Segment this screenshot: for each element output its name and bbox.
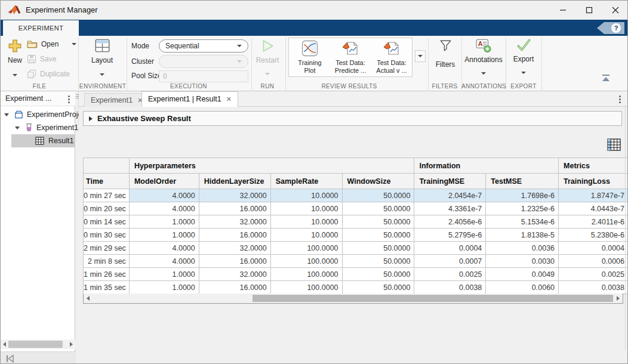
cell-value[interactable]: 0.0004 bbox=[559, 242, 628, 255]
tab-experiment1[interactable]: Experiment1 ✕ bbox=[84, 93, 149, 107]
cell-value[interactable]: 4.0000 bbox=[129, 202, 199, 215]
scroll-right-icon[interactable] bbox=[617, 296, 620, 301]
table-row[interactable]: 1 min 35 sec1.000016.0000100.000050.0000… bbox=[84, 281, 628, 294]
cell-time[interactable]: 1 min 26 sec bbox=[84, 268, 130, 281]
tree-item-result1[interactable]: Result1 bbox=[1, 134, 75, 147]
cell-value[interactable]: 100.0000 bbox=[270, 281, 342, 294]
cell-value[interactable]: 5.1534e-6 bbox=[486, 215, 559, 229]
table-row[interactable]: 2 min 29 sec4.000032.0000100.000050.0000… bbox=[84, 242, 628, 255]
scrollbar-thumb[interactable] bbox=[253, 295, 613, 302]
cell-value[interactable]: 16.0000 bbox=[199, 281, 270, 294]
table-row[interactable]: 0 min 30 sec1.000016.000010.000050.00005… bbox=[84, 229, 628, 242]
column-header-hiddenlayersize[interactable]: HiddenLayerSize bbox=[199, 174, 270, 189]
cell-time[interactable]: 0 min 20 sec bbox=[84, 202, 130, 215]
cell-value[interactable]: 1.0000 bbox=[129, 229, 199, 242]
cell-value[interactable]: 0.0060 bbox=[486, 281, 559, 294]
cell-value[interactable]: 16.0000 bbox=[199, 202, 270, 215]
document-menu-button[interactable] bbox=[615, 94, 624, 104]
exhaustive-sweep-result-header[interactable]: Exhaustive Sweep Result bbox=[83, 111, 622, 126]
column-header-samplerate[interactable]: SampleRate bbox=[270, 174, 342, 189]
scroll-left-icon[interactable] bbox=[87, 296, 90, 301]
cell-value[interactable]: 50.0000 bbox=[342, 255, 414, 268]
cell-time[interactable]: 0 min 27 sec bbox=[84, 189, 130, 202]
cell-value[interactable]: 50.0000 bbox=[342, 268, 414, 281]
cell-value[interactable]: 4.0000 bbox=[129, 255, 199, 268]
table-horizontal-scrollbar[interactable] bbox=[83, 294, 623, 304]
cell-value[interactable]: 100.0000 bbox=[270, 255, 342, 268]
column-header-time[interactable]: Time bbox=[84, 174, 130, 189]
cell-value[interactable]: 50.0000 bbox=[342, 229, 414, 242]
cell-value[interactable]: 50.0000 bbox=[342, 215, 414, 229]
close-button[interactable] bbox=[602, 1, 628, 20]
table-row[interactable]: 0 min 27 sec4.000032.000010.000050.00002… bbox=[84, 189, 628, 202]
maximize-button[interactable] bbox=[576, 1, 602, 20]
browser-horizontal-scrollbar[interactable] bbox=[1, 340, 75, 349]
column-selection-button[interactable] bbox=[607, 138, 621, 153]
help-button[interactable]: ? bbox=[597, 22, 624, 34]
column-header-trainingmse[interactable]: TrainingMSE bbox=[414, 174, 486, 189]
column-header-modelorder[interactable]: ModelOrder bbox=[129, 174, 199, 189]
cell-value[interactable]: 4.0000 bbox=[129, 242, 199, 255]
cell-value[interactable]: 50.0000 bbox=[342, 242, 414, 255]
cell-value[interactable]: 10.0000 bbox=[270, 215, 342, 229]
column-header-trainingloss[interactable]: TrainingLoss bbox=[559, 174, 628, 189]
table-row[interactable]: 0 min 14 sec1.000032.000010.000050.00002… bbox=[84, 215, 628, 229]
cell-value[interactable]: 10.0000 bbox=[270, 189, 342, 202]
table-row[interactable]: 0 min 20 sec4.000016.000010.000050.00004… bbox=[84, 202, 628, 215]
new-button[interactable]: New bbox=[4, 38, 26, 79]
cell-value[interactable]: 32.0000 bbox=[199, 189, 270, 202]
layout-button[interactable]: Layout bbox=[88, 38, 116, 78]
cell-value[interactable]: 1.0000 bbox=[129, 281, 199, 294]
cell-value[interactable]: 1.0000 bbox=[129, 215, 199, 229]
cell-value[interactable]: 1.8138e-5 bbox=[486, 229, 559, 242]
cell-value[interactable]: 32.0000 bbox=[199, 268, 270, 281]
cell-time[interactable]: 1 min 35 sec bbox=[84, 281, 130, 294]
cell-time[interactable]: 2 min 29 sec bbox=[84, 242, 130, 255]
cell-value[interactable]: 0.0007 bbox=[414, 255, 486, 268]
cell-value[interactable]: 5.2380e-6 bbox=[559, 229, 628, 242]
cell-value[interactable]: 1.8747e-7 bbox=[559, 189, 628, 202]
tree-item-experiment1[interactable]: Experiment1 bbox=[1, 121, 75, 134]
cell-value[interactable]: 0.0025 bbox=[414, 268, 486, 281]
minimize-button[interactable] bbox=[550, 1, 576, 20]
cell-value[interactable]: 0.0038 bbox=[559, 281, 628, 294]
cell-value[interactable]: 1.2325e-6 bbox=[486, 202, 559, 215]
expander-icon[interactable] bbox=[15, 127, 20, 129]
cell-value[interactable]: 32.0000 bbox=[199, 242, 270, 255]
cell-value[interactable]: 100.0000 bbox=[270, 268, 342, 281]
cell-value[interactable]: 0.0006 bbox=[559, 255, 628, 268]
cell-value[interactable]: 32.0000 bbox=[199, 215, 270, 229]
cell-time[interactable]: 0 min 30 sec bbox=[84, 229, 130, 242]
scroll-right-icon[interactable] bbox=[70, 342, 73, 347]
cell-value[interactable]: 2.4056e-6 bbox=[414, 215, 486, 229]
cell-value[interactable]: 0.0049 bbox=[486, 268, 559, 281]
cell-value[interactable]: 5.2795e-6 bbox=[414, 229, 486, 242]
tree-item-project[interactable]: ExperimentProje bbox=[1, 108, 75, 121]
table-row[interactable]: 2 min 8 sec4.000016.0000100.000050.00000… bbox=[84, 255, 628, 268]
test-data-actual-button[interactable]: Test Data: Actual v ... bbox=[372, 38, 411, 76]
table-row[interactable]: 1 min 26 sec1.000032.0000100.000050.0000… bbox=[84, 268, 628, 281]
cell-time[interactable]: 2 min 8 sec bbox=[84, 255, 130, 268]
cell-value[interactable]: 2.4011e-6 bbox=[559, 215, 628, 229]
cell-value[interactable]: 50.0000 bbox=[342, 281, 414, 294]
expander-icon[interactable] bbox=[4, 113, 9, 116]
cell-value[interactable]: 0.0036 bbox=[486, 242, 559, 255]
review-results-gallery-button[interactable] bbox=[415, 50, 426, 62]
cell-value[interactable]: 100.0000 bbox=[270, 242, 342, 255]
cell-value[interactable]: 16.0000 bbox=[199, 229, 270, 242]
cell-value[interactable]: 2.0454e-7 bbox=[414, 189, 486, 202]
scrollbar-thumb[interactable] bbox=[8, 341, 63, 348]
scroll-left-icon[interactable] bbox=[3, 342, 6, 347]
close-tab-icon[interactable]: ✕ bbox=[226, 95, 232, 103]
tab-experiment1-result1[interactable]: Experiment1 | Result1 ✕ bbox=[141, 91, 238, 107]
filters-button[interactable]: Filters bbox=[433, 38, 457, 69]
cell-value[interactable]: 0.0025 bbox=[559, 268, 628, 281]
cell-value[interactable]: 0.0038 bbox=[414, 281, 486, 294]
cell-value[interactable]: 50.0000 bbox=[342, 189, 414, 202]
cell-value[interactable]: 0.0030 bbox=[486, 255, 559, 268]
panel-menu-button[interactable] bbox=[64, 94, 73, 104]
cell-value[interactable]: 16.0000 bbox=[199, 255, 270, 268]
cell-time[interactable]: 0 min 14 sec bbox=[84, 215, 130, 229]
collapse-toolstrip-button[interactable] bbox=[601, 73, 611, 84]
cell-value[interactable]: 4.3361e-7 bbox=[414, 202, 486, 215]
